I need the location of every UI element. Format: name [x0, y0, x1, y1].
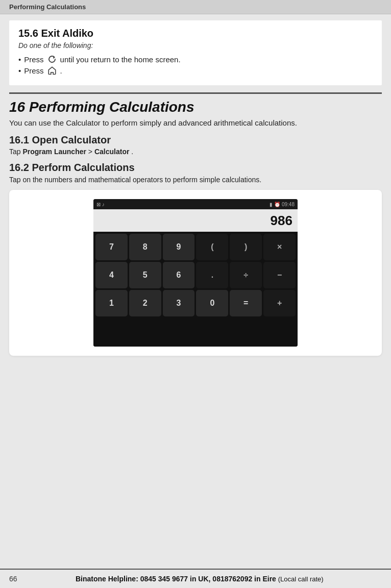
calc-row-3: 1 2 3 0 = + — [95, 290, 296, 316]
btn-close-paren[interactable]: ) — [230, 234, 262, 260]
header-title: Performing Calculations — [9, 3, 86, 11]
section-156: 15.6 Exit Aldiko Do one of the following… — [9, 20, 382, 85]
section-156-heading: 15.6 Exit Aldiko — [18, 28, 373, 39]
refresh-icon — [47, 55, 57, 64]
footer-local-rate: (Local call rate) — [278, 575, 324, 583]
alarm-icon: ⏰ — [274, 202, 280, 207]
btn-9[interactable]: 9 — [163, 234, 195, 260]
page-header: Performing Calculations — [0, 0, 391, 14]
page-footer: 66 Binatone Helpline: 0845 345 9677 in U… — [0, 569, 391, 588]
calc-status-left: ⊠ ♪ — [96, 202, 105, 207]
calc-row-1: 7 8 9 ( ) × — [95, 234, 296, 260]
btn-3[interactable]: 3 — [163, 290, 195, 316]
section-162-heading: 16.2 Perform Calculations — [9, 162, 382, 174]
battery-icon: ▮ — [270, 202, 273, 207]
instruction-period: . — [131, 148, 133, 156]
footer-center: Binatone Helpline: 0845 345 9677 in UK, … — [17, 575, 382, 583]
calc-time: 09:48 — [282, 202, 295, 207]
bullet-dot-1: • — [18, 55, 21, 64]
bullet-item-2: • Press . — [18, 66, 373, 75]
section-162-description: Tap on the numbers and mathematical oper… — [9, 176, 382, 184]
section-16: 16 Performing Calculations You can use t… — [9, 99, 382, 368]
section-156-subtitle: Do one of the following: — [18, 41, 373, 50]
section-161: 16.1 Open Calculator Tap Program Launche… — [9, 134, 382, 156]
section-161-heading: 16.1 Open Calculator — [9, 134, 382, 146]
section-divider — [9, 92, 382, 94]
btn-5[interactable]: 5 — [129, 262, 161, 288]
calculator-screenshot: ⊠ ♪ ▮ ⏰ 09:48 986 — [93, 199, 298, 347]
calc-row-2: 4 5 6 . ÷ − — [95, 262, 296, 288]
section-161-instruction: Tap Program Launcher > Calculator . — [9, 148, 382, 156]
btn-add[interactable]: + — [263, 290, 296, 316]
btn-1[interactable]: 1 — [95, 290, 128, 316]
bullet-1-text-before: Press — [24, 55, 43, 64]
calc-status-bar: ⊠ ♪ ▮ ⏰ 09:48 — [93, 199, 298, 209]
bullet-item-1: • Press until you return to the home scr… — [18, 55, 373, 64]
calculator-container: ⊠ ♪ ▮ ⏰ 09:48 986 — [9, 190, 382, 356]
btn-decimal[interactable]: . — [196, 262, 228, 288]
btn-2[interactable]: 2 — [129, 290, 161, 316]
btn-equals[interactable]: = — [230, 290, 262, 316]
home-icon — [47, 66, 57, 75]
calc-display: 986 — [93, 209, 298, 232]
btn-divide[interactable]: ÷ — [230, 262, 262, 288]
bullet-2-text-after: . — [60, 66, 62, 75]
bullet-1-text-after: until you return to the home screen. — [60, 55, 181, 64]
btn-multiply[interactable]: × — [263, 234, 296, 260]
instruction-gt: > — [88, 148, 94, 156]
main-content: 15.6 Exit Aldiko Do one of the following… — [0, 20, 391, 368]
calc-display-value: 986 — [271, 213, 292, 229]
calculator-nav-label: Calculator — [94, 148, 129, 156]
bullet-dot-2: • — [18, 66, 21, 75]
footer-helpline-text: Binatone Helpline: 0845 345 9677 in UK, … — [76, 575, 276, 583]
btn-8[interactable]: 8 — [129, 234, 161, 260]
section-16-heading: 16 Performing Calculations — [9, 99, 382, 115]
calc-buttons: 7 8 9 ( ) × 4 5 6 . ÷ — [93, 232, 298, 347]
btn-open-paren[interactable]: ( — [196, 234, 228, 260]
bullet-list: • Press until you return to the home scr… — [18, 55, 373, 75]
btn-4[interactable]: 4 — [95, 262, 128, 288]
page-number: 66 — [9, 575, 17, 583]
program-launcher-label: Program Launcher — [22, 148, 86, 156]
section-162: 16.2 Perform Calculations Tap on the num… — [9, 162, 382, 356]
btn-0[interactable]: 0 — [196, 290, 228, 316]
btn-subtract[interactable]: − — [263, 262, 296, 288]
calc-status-right: ▮ ⏰ 09:48 — [270, 202, 295, 207]
instruction-tap: Tap — [9, 148, 22, 156]
btn-6[interactable]: 6 — [163, 262, 195, 288]
bullet-2-text-before: Press — [24, 66, 43, 75]
btn-7[interactable]: 7 — [95, 234, 128, 260]
section-16-intro: You can use the Calculator to perform si… — [9, 118, 382, 127]
